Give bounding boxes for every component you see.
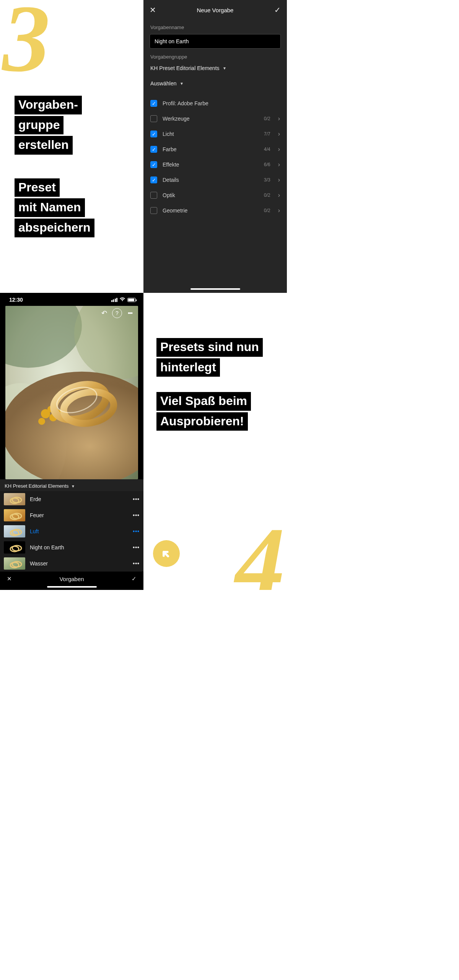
- setting-count: 3/3: [264, 177, 270, 183]
- photo-preview[interactable]: ↶ ?: [5, 306, 138, 479]
- checkbox-icon[interactable]: ✓: [150, 146, 157, 153]
- preset-name-label: Vorgabenname: [143, 24, 287, 30]
- instruction-line: Vorgaben-: [15, 96, 82, 114]
- preset-thumbnail: [4, 493, 25, 505]
- preset-thumbnail: [4, 509, 25, 521]
- preset-group-value: KH Preset Editorial Elements: [150, 65, 220, 71]
- bottom-bar: ✕ Vorgaben ✓: [0, 572, 143, 584]
- chevron-down-icon: ▾: [72, 483, 74, 489]
- chevron-right-icon: ›: [278, 131, 280, 137]
- setting-label: Licht: [163, 131, 259, 137]
- preset-row[interactable]: Feuer•••: [0, 507, 143, 523]
- preset-row[interactable]: Erde•••: [0, 491, 143, 507]
- more-icon[interactable]: •••: [133, 496, 140, 502]
- preset-name: Wasser: [30, 560, 48, 567]
- undo-icon[interactable]: ↶: [99, 308, 109, 318]
- help-icon[interactable]: ?: [112, 308, 122, 318]
- setting-label: Details: [163, 177, 259, 183]
- checkbox-icon[interactable]: ✓: [150, 161, 157, 168]
- setting-item[interactable]: ✓Licht7/7›: [143, 126, 287, 142]
- checkbox-icon[interactable]: ✓: [150, 100, 157, 107]
- more-icon[interactable]: •••: [133, 560, 140, 567]
- setting-label: Optik: [163, 192, 259, 198]
- preset-thumbnail: [4, 541, 25, 554]
- chevron-right-icon: ›: [278, 115, 280, 122]
- instruction-line: mit Namen: [15, 198, 85, 217]
- preset-name-input[interactable]: Night on Earth: [150, 34, 281, 49]
- checkbox-icon[interactable]: ✓: [150, 176, 157, 183]
- setting-item[interactable]: ✓Farbe4/4›: [143, 142, 287, 157]
- instruction-stored: Presets sind nun hinterlegt: [156, 338, 274, 377]
- setting-label: Farbe: [163, 146, 259, 152]
- instruction-line: gruppe: [15, 116, 63, 135]
- setting-label: Effekte: [163, 162, 259, 168]
- setting-count: 7/7: [264, 131, 270, 137]
- status-time: 12:30: [9, 297, 23, 303]
- preset-group-name: KH Preset Editorial Elements: [5, 483, 69, 489]
- instruction-line: abspeichern: [15, 219, 94, 237]
- preset-group-label: Vorgabengruppe: [143, 54, 287, 60]
- preset-name: Erde: [30, 496, 41, 502]
- preset-group-dropdown[interactable]: KH Preset Editorial Elements ▾: [143, 65, 287, 71]
- step-number-3: 3: [2, 0, 50, 80]
- chevron-right-icon: ›: [278, 192, 280, 199]
- preset-row[interactable]: Night on Earth•••: [0, 539, 143, 555]
- preset-settings-list: ✓Profil: Adobe FarbeWerkzeuge0/2›✓Licht7…: [143, 96, 287, 218]
- checkbox-icon[interactable]: [150, 192, 157, 199]
- confirm-icon[interactable]: ✓: [274, 5, 281, 15]
- setting-label: Werkzeuge: [163, 116, 259, 122]
- setting-item[interactable]: ✓Effekte6/6›: [143, 157, 287, 172]
- setting-count: 0/2: [264, 116, 270, 121]
- setting-item[interactable]: Optik0/2›: [143, 188, 287, 203]
- setting-item[interactable]: ✓Profil: Adobe Farbe: [143, 96, 287, 111]
- setting-item[interactable]: Geometrie0/2›: [143, 203, 287, 218]
- phone-preview: 12:30: [0, 293, 143, 590]
- bottom-bar-title: Vorgaben: [59, 576, 84, 582]
- more-icon[interactable]: •••: [133, 544, 140, 550]
- status-bar: 12:30: [0, 293, 143, 304]
- panel-title: Neue Vorgabe: [197, 7, 234, 13]
- instruction-line: erstellen: [15, 136, 73, 155]
- setting-item[interactable]: ✓Details3/3›: [143, 172, 287, 188]
- new-preset-panel: ✕ Neue Vorgabe ✓ Vorgabenname Night on E…: [143, 0, 287, 293]
- preset-row[interactable]: Luft•••: [0, 523, 143, 539]
- setting-count: 4/4: [264, 147, 270, 152]
- chevron-down-icon: ▾: [223, 65, 226, 71]
- preset-name: Night on Earth: [30, 544, 64, 550]
- setting-label: Profil: Adobe Farbe: [163, 100, 280, 106]
- checkbox-icon[interactable]: [150, 207, 157, 214]
- select-toggle[interactable]: Auswählen ▾: [143, 80, 287, 87]
- instruction-create-group: Vorgaben- gruppe erstellen: [15, 96, 129, 155]
- select-label: Auswählen: [150, 80, 177, 87]
- instruction-line: Presets sind nun: [156, 338, 263, 357]
- chevron-right-icon: ›: [278, 161, 280, 168]
- chevron-right-icon: ›: [278, 207, 280, 214]
- preset-row[interactable]: Wasser•••: [0, 555, 143, 572]
- wifi-icon: [119, 297, 125, 302]
- setting-item[interactable]: Werkzeuge0/2›: [143, 111, 287, 126]
- preset-group-dropdown[interactable]: KH Preset Editorial Elements ▾: [0, 479, 143, 491]
- close-icon[interactable]: ✕: [7, 575, 12, 582]
- preset-list: Erde•••Feuer•••Luft•••Night on Earth•••W…: [0, 491, 143, 572]
- instruction-line: Viel Spaß beim: [156, 392, 251, 411]
- more-icon[interactable]: •••: [133, 512, 140, 518]
- setting-count: 6/6: [264, 162, 270, 167]
- more-icon[interactable]: [125, 308, 135, 318]
- instruction-line: Ausprobieren!: [156, 412, 248, 431]
- setting-label: Geometrie: [163, 207, 259, 214]
- preset-thumbnail: [4, 525, 25, 537]
- preset-name: Luft: [30, 528, 39, 534]
- checkbox-icon[interactable]: [150, 115, 157, 122]
- chevron-down-icon: ▾: [181, 81, 183, 86]
- battery-icon: [127, 298, 136, 302]
- instruction-save-preset: Preset mit Namen abspeichern: [15, 178, 129, 237]
- svg-point-7: [38, 418, 45, 425]
- more-icon[interactable]: •••: [133, 528, 140, 534]
- close-icon[interactable]: ✕: [150, 5, 156, 15]
- preset-name: Feuer: [30, 512, 44, 518]
- confirm-icon[interactable]: ✓: [132, 575, 137, 582]
- checkbox-icon[interactable]: ✓: [150, 131, 157, 137]
- instruction-line: Preset: [15, 178, 60, 197]
- chevron-right-icon: ›: [278, 176, 280, 183]
- home-indicator: [190, 288, 240, 290]
